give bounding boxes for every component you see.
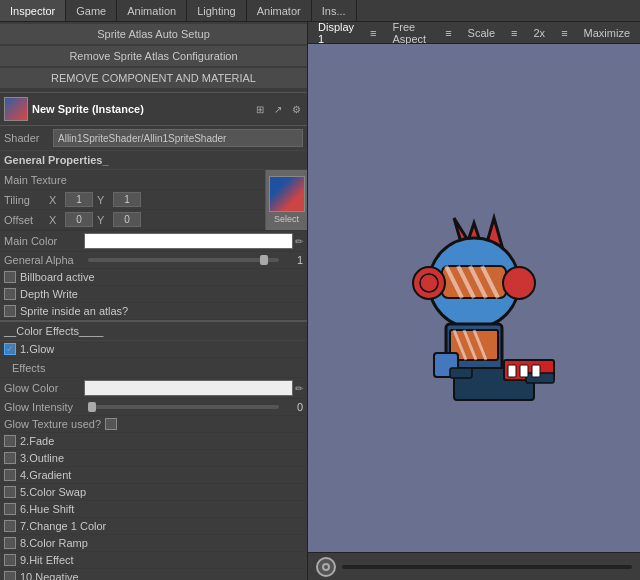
outline-row: 3.Outline	[0, 450, 307, 467]
glow-texture-checkbox[interactable]	[105, 418, 117, 430]
glow-color-label: Glow Color	[4, 382, 84, 394]
tab-animation[interactable]: Animation	[117, 0, 187, 21]
main-texture-section: Main Texture Tiling X Y Offset X	[0, 170, 307, 231]
outline-checkbox[interactable]	[4, 452, 16, 464]
glow-intensity-value: 0	[283, 401, 303, 413]
hue-shift-label: 6.Hue Shift	[20, 503, 74, 515]
change-1-color-checkbox[interactable]	[4, 520, 16, 532]
change-1-color-row: 7.Change 1 Color	[0, 518, 307, 535]
game-canvas	[308, 44, 640, 552]
color-ramp-checkbox[interactable]	[4, 537, 16, 549]
remove-component-button[interactable]: REMOVE COMPONENT AND MATERIAL	[0, 68, 307, 88]
color-ramp-label: 8.Color Ramp	[20, 537, 88, 549]
top-tab-bar: Inspector Game Animation Lighting Animat…	[0, 0, 640, 22]
fade-label: 2.Fade	[20, 435, 54, 447]
depth-write-row: Depth Write	[0, 286, 307, 303]
gradient-label: 4.Gradient	[20, 469, 71, 481]
color-swap-checkbox[interactable]	[4, 486, 16, 498]
hit-effect-checkbox[interactable]	[4, 554, 16, 566]
outline-label: 3.Outline	[20, 452, 64, 464]
svg-rect-22	[450, 368, 472, 378]
game-aspect-label[interactable]: Free Aspect	[387, 22, 436, 46]
inspector-panel: Sprite Atlas Auto Setup Remove Sprite At…	[0, 22, 308, 580]
offset-y-input[interactable]	[113, 212, 141, 227]
color-ramp-row: 8.Color Ramp	[0, 535, 307, 552]
svg-rect-20	[532, 365, 540, 377]
billboard-active-row: Billboard active	[0, 269, 307, 286]
general-alpha-thumb[interactable]	[260, 255, 268, 265]
glow-intensity-track[interactable]	[88, 405, 279, 409]
effects-row: Effects	[0, 358, 307, 378]
tiling-x-label: X	[49, 194, 61, 206]
sprite-inside-atlas-row: Sprite inside an atlas?	[0, 303, 307, 320]
sprite-grid-icon[interactable]: ⊞	[253, 102, 267, 116]
tab-animator[interactable]: Animator	[247, 0, 312, 21]
color-swap-label: 5.Color Swap	[20, 486, 86, 498]
gradient-checkbox[interactable]	[4, 469, 16, 481]
sprite-gear-icon[interactable]: ⚙	[289, 102, 303, 116]
depth-write-checkbox[interactable]	[4, 288, 16, 300]
svg-point-9	[503, 267, 535, 299]
offset-x-input[interactable]	[65, 212, 93, 227]
shader-row: Shader	[0, 126, 307, 151]
shader-input[interactable]	[53, 129, 303, 147]
sprite-header-icons: ⊞ ↗ ⚙	[253, 102, 303, 116]
game-maximize-label[interactable]: Maximize	[578, 26, 636, 40]
glow-intensity-label: Glow Intensity	[4, 401, 84, 413]
effects-label: Effects	[12, 362, 92, 374]
remove-sprite-atlas-button[interactable]: Remove Sprite Atlas Configuration	[0, 46, 307, 66]
svg-point-8	[420, 274, 438, 292]
fade-checkbox[interactable]	[4, 435, 16, 447]
tiling-x-input[interactable]	[65, 192, 93, 207]
fade-row: 2.Fade	[0, 433, 307, 450]
main-color-label: Main Color	[4, 235, 84, 247]
glow-color-dropper-icon[interactable]: ✏	[295, 383, 303, 394]
game-separator-3: ≡	[505, 26, 523, 40]
tiling-y-input[interactable]	[113, 192, 141, 207]
offset-x-label: X	[49, 214, 61, 226]
tab-lighting[interactable]: Lighting	[187, 0, 247, 21]
billboard-active-checkbox[interactable]	[4, 271, 16, 283]
context-menu-buttons: Sprite Atlas Auto Setup Remove Sprite At…	[0, 22, 307, 92]
game-toolbar: Display 1 ≡ Free Aspect ≡ Scale ≡ 2x ≡ M…	[308, 22, 640, 44]
main-color-swatch[interactable]	[84, 233, 293, 249]
glow-checkbox[interactable]: ✓	[4, 343, 16, 355]
glow-label: 1.Glow	[20, 343, 54, 355]
glow-intensity-row: Glow Intensity 0	[0, 399, 307, 416]
game-view: Display 1 ≡ Free Aspect ≡ Scale ≡ 2x ≡ M…	[308, 22, 640, 580]
tab-inspector[interactable]: Inspector	[0, 0, 66, 21]
hit-effect-label: 9.Hit Effect	[20, 554, 74, 566]
negative-label: 10.Negative	[20, 571, 79, 580]
scrub-inner-circle	[322, 563, 330, 571]
change-1-color-label: 7.Change 1 Color	[20, 520, 106, 532]
glow-row: ✓ 1.Glow	[0, 341, 307, 358]
sprite-atlas-auto-setup-button[interactable]: Sprite Atlas Auto Setup	[0, 24, 307, 44]
scrub-circle-icon[interactable]	[316, 557, 336, 577]
tab-ins[interactable]: Ins...	[312, 0, 357, 21]
color-dropper-icon[interactable]: ✏	[295, 236, 303, 247]
sprite-arrow-icon[interactable]: ↗	[271, 102, 285, 116]
gradient-row: 4.Gradient	[0, 467, 307, 484]
negative-row: 10.Negative	[0, 569, 307, 580]
tab-game[interactable]: Game	[66, 0, 117, 21]
main-texture-row: Main Texture	[0, 170, 265, 190]
robot-sprite-svg	[374, 188, 574, 408]
glow-color-swatch[interactable]	[84, 380, 293, 396]
glow-color-row: Glow Color ✏	[0, 378, 307, 399]
shader-label: Shader	[4, 132, 49, 144]
sprite-header: New Sprite (Instance) ⊞ ↗ ⚙	[0, 92, 307, 126]
select-label: Select	[274, 214, 299, 224]
main-texture-label: Main Texture	[4, 174, 84, 186]
hue-shift-checkbox[interactable]	[4, 503, 16, 515]
preview-inner-image	[269, 176, 305, 212]
negative-checkbox[interactable]	[4, 571, 16, 580]
scrub-track[interactable]	[342, 565, 632, 569]
general-properties-header: General Properties_	[0, 151, 307, 170]
tiling-xy: X Y	[49, 192, 261, 207]
depth-write-label: Depth Write	[20, 288, 78, 300]
game-scale-label: Scale	[462, 26, 502, 40]
sprite-inside-atlas-checkbox[interactable]	[4, 305, 16, 317]
general-alpha-track[interactable]	[88, 258, 279, 262]
glow-intensity-thumb[interactable]	[88, 402, 96, 412]
sprite-preview-thumb: Select	[265, 170, 307, 230]
